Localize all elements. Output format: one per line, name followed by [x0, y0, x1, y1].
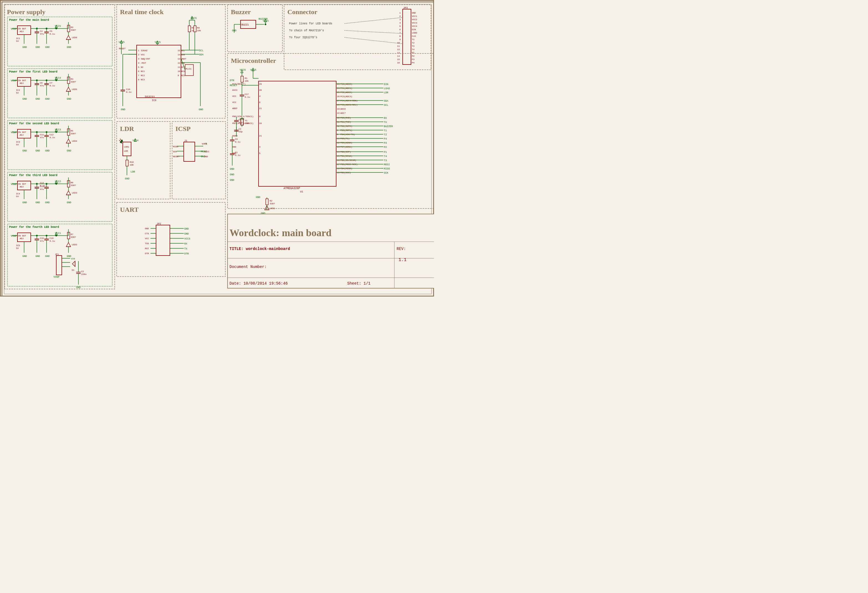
svg-text:LED6: LED6 [72, 36, 77, 39]
svg-text:20: 20 [259, 89, 262, 91]
svg-text:R9: R9 [197, 26, 200, 29]
svg-text:VCC1: VCC1 [412, 15, 417, 18]
svg-text:1: 1 [138, 49, 139, 52]
svg-text:MOSI: MOSI [201, 150, 207, 153]
svg-text:GND: GND [145, 227, 149, 230]
svg-text:14: 14 [337, 151, 340, 153]
svg-text:VBAT: VBAT [181, 57, 186, 60]
svg-rect-291 [188, 26, 191, 32]
svg-text:C12: C12 [50, 134, 54, 136]
svg-text:C6: C6 [40, 82, 43, 84]
svg-text:C11: C11 [40, 134, 44, 136]
svg-text:RXI: RXI [145, 247, 149, 250]
svg-text:VCC5: VCC5 [250, 69, 256, 71]
svg-text:VCC1: VCC1 [55, 232, 61, 235]
svg-text:GND: GND [45, 150, 50, 152]
svg-text:IN  OUT: IN OUT [18, 27, 26, 30]
svg-text:11: 11 [397, 45, 400, 47]
svg-line-326 [120, 139, 122, 141]
svg-text:NC7: NC7 [181, 66, 185, 68]
svg-text:MOSI: MOSI [204, 150, 209, 153]
svg-rect-561 [241, 119, 243, 125]
svg-text:24: 24 [337, 87, 340, 90]
svg-text:SCK: SCK [384, 172, 388, 174]
schematic-page: Power supply Power for the main board IN… [0, 0, 434, 296]
svg-text:GND: GND [230, 173, 234, 176]
svg-text:P4: P4 [412, 62, 415, 64]
svg-text:0.1u: 0.1u [50, 33, 55, 35]
svg-text:PD3(INT1): PD3(INT1) [340, 129, 352, 131]
svg-text:PB4(MISO): PB4(MISO) [340, 167, 352, 170]
svg-text:R7: R7 [71, 233, 74, 235]
svg-text:47u: 47u [40, 240, 44, 242]
svg-text:GND: GND [261, 212, 265, 215]
svg-marker-315 [120, 40, 123, 43]
svg-text:12: 12 [178, 62, 180, 64]
svg-text:15: 15 [337, 155, 340, 157]
svg-rect-355 [117, 202, 225, 277]
svg-text:C7: C7 [50, 82, 52, 84]
svg-text:SCL: SCL [199, 49, 204, 52]
svg-rect-92 [7, 121, 112, 170]
svg-text:28: 28 [337, 103, 340, 106]
svg-text:220u: 220u [81, 273, 87, 275]
svg-text:R10: R10 [130, 161, 134, 163]
svg-marker-192 [55, 232, 58, 235]
svg-text:VCC: VCC [145, 237, 149, 240]
svg-rect-182 [18, 233, 31, 242]
svg-text:LDR1: LDR1 [124, 146, 129, 148]
svg-rect-48 [7, 69, 112, 118]
svg-text:21: 21 [259, 107, 262, 110]
svg-text:NC5: NC5 [181, 74, 185, 77]
svg-text:REV:: REV: [397, 247, 406, 251]
svg-text:LOAD: LOAD [412, 32, 417, 34]
svg-text:0.1u: 0.1u [40, 184, 45, 187]
svg-text:IC4: IC4 [16, 193, 20, 195]
svg-text:12: 12 [397, 48, 400, 51]
svg-text:C18: C18 [126, 88, 130, 91]
svg-text:ADC7: ADC7 [340, 112, 345, 114]
svg-text:0.1u: 0.1u [235, 154, 240, 156]
svg-text:P1: P1 [412, 52, 415, 54]
svg-text:GND: GND [35, 255, 40, 258]
svg-text:T4: T4 [384, 155, 387, 158]
svg-text:D1: D1 [72, 269, 75, 271]
svg-rect-6 [18, 26, 31, 35]
svg-text:GND: GND [67, 201, 71, 204]
svg-text:PC5(ADC5/SCL): PC5(ADC5/SCL) [340, 103, 357, 106]
svg-text:VINP: VINP [11, 28, 17, 31]
svg-text:IN  OUT: IN OUT [18, 234, 26, 237]
svg-text:1.1: 1.1 [399, 258, 407, 262]
svg-text:UART: UART [120, 206, 139, 213]
svg-text:PC1(ADC1): PC1(ADC1) [340, 87, 352, 90]
svg-text:VCC4: VCC4 [412, 25, 417, 27]
svg-text:GND: GND [45, 255, 50, 258]
svg-text:AREF: AREF [232, 107, 238, 110]
svg-text:R6: R6 [71, 181, 74, 184]
svg-text:VCC3: VCC3 [55, 128, 61, 131]
svg-text:GND: GND [35, 201, 40, 204]
svg-text:330?: 330? [71, 236, 76, 238]
svg-text:VCC3: VCC3 [412, 22, 417, 24]
svg-text:P3: P3 [412, 58, 415, 60]
svg-text:T1: T1 [384, 129, 387, 132]
svg-text:C1: C1 [235, 151, 238, 154]
svg-text:VINP: VINP [11, 183, 17, 186]
svg-rect-50 [18, 78, 31, 86]
svg-text:IC1: IC1 [16, 37, 20, 40]
svg-text:PC6(RESET): PC6(RESET) [232, 83, 245, 85]
svg-text:GND: GND [184, 232, 189, 235]
svg-text:GND: GND [201, 155, 205, 158]
svg-text:VINP: VINP [53, 276, 60, 278]
svg-text:22: 22 [337, 112, 340, 114]
svg-text:330?: 330? [71, 29, 76, 31]
svg-text:GND: GND [67, 255, 71, 258]
svg-text:19: 19 [337, 171, 340, 174]
svg-text:Power for the third LED board: Power for the third LED board [9, 174, 58, 177]
svg-text:RX: RX [384, 117, 387, 119]
svg-text:23: 23 [337, 83, 340, 85]
svg-text:2: 2 [399, 15, 401, 18]
svg-text:T4: T4 [412, 48, 415, 51]
svg-text:0.1u: 0.1u [50, 136, 55, 139]
svg-marker-104 [55, 129, 58, 131]
